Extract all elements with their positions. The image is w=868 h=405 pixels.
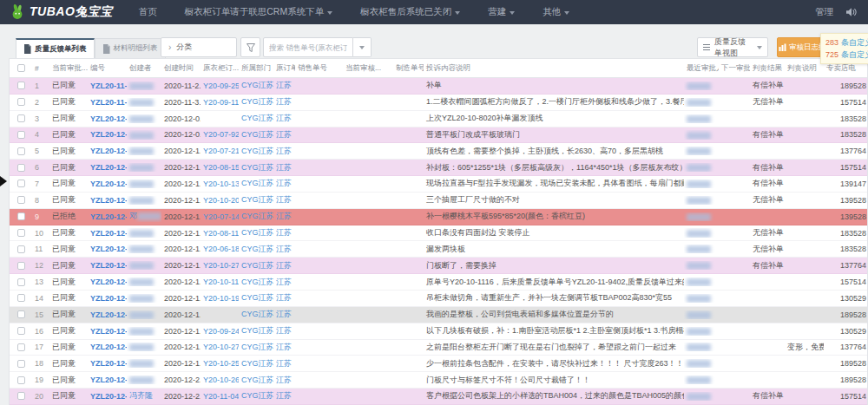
table-row[interactable]: 2已同意YZL20-11-...2020-11-3...Y20-09-1148C… bbox=[10, 95, 867, 111]
table-row[interactable]: 20已同意YZL20-12-...冯齐隆2020-12-2...Y20-11-0… bbox=[10, 389, 867, 405]
cell-code[interactable]: YZL20-12-... bbox=[88, 147, 127, 155]
speaker-icon[interactable] bbox=[845, 7, 858, 17]
cell-order[interactable]: Y20-07-2157 bbox=[201, 147, 239, 155]
table-row[interactable]: 19已同意YZL20-12-...2020-12-2...Y20-10-2673… bbox=[10, 372, 867, 389]
creator-link[interactable]: 邓 bbox=[129, 212, 137, 220]
cell-order[interactable]: Y20-10-2756 bbox=[201, 343, 239, 351]
cell-order[interactable]: Y20-09-2595 bbox=[201, 82, 239, 90]
cell-order[interactable]: Y20-10-2756 bbox=[201, 261, 239, 270]
cell-code[interactable]: YZL20-12-... bbox=[88, 392, 127, 401]
cell-dept[interactable]: CYG江苏... bbox=[239, 358, 273, 369]
cell-region[interactable]: 江苏 bbox=[273, 342, 295, 353]
cell-dept[interactable]: CYG江苏... bbox=[239, 80, 273, 91]
cell-code[interactable]: YZL20-11-... bbox=[88, 98, 127, 107]
select-all-checkbox[interactable] bbox=[17, 64, 25, 72]
cell-dept[interactable]: CYG江苏... bbox=[239, 146, 273, 157]
cell-dept[interactable]: CYG江苏... bbox=[239, 129, 273, 140]
cell-order[interactable]: Y20-07-922 bbox=[201, 130, 239, 139]
cell-code[interactable]: YZL20-12-... bbox=[88, 163, 127, 172]
tab-material-detail-list[interactable]: 材料明细列表 bbox=[95, 38, 166, 58]
table-row[interactable]: 14已同意YZL20-12-...2020-12-1...Y20-10-1905… bbox=[10, 291, 867, 307]
cell-code[interactable]: YZL20-12-... bbox=[88, 359, 127, 368]
table-row[interactable]: 12已同意YZL20-12-...2020-12-1...Y20-10-2756… bbox=[10, 258, 867, 274]
column-header-complaint[interactable]: 投诉内容说明 bbox=[424, 63, 684, 74]
column-header-mfg[interactable]: 制造单号 bbox=[393, 63, 424, 74]
table-row[interactable]: 6已同意YZL20-12-...2020-12-1...Y20-08-1526C… bbox=[10, 160, 867, 176]
cell-order[interactable]: Y20-08-1526 bbox=[201, 163, 239, 172]
row-checkbox[interactable] bbox=[17, 180, 25, 187]
nav-item-2[interactable]: 橱衣柜售后系统已关闭 bbox=[346, 0, 474, 24]
column-header-result[interactable]: 判责结果 bbox=[750, 63, 785, 74]
row-checkbox[interactable] bbox=[17, 164, 25, 172]
search-input[interactable] bbox=[264, 43, 352, 52]
row-checkbox[interactable] bbox=[17, 98, 25, 106]
cell-dept[interactable]: CYG江苏... bbox=[239, 96, 273, 108]
cell-code[interactable]: YZL20-12-... bbox=[88, 229, 127, 238]
cell-dept[interactable]: CYG江苏... bbox=[239, 342, 273, 353]
table-row[interactable]: 4已同意YZL20-12-...2020-12-0...Y20-07-922CY… bbox=[10, 127, 867, 144]
row-checkbox[interactable] bbox=[17, 262, 25, 270]
cell-region[interactable]: 江苏 bbox=[273, 129, 295, 140]
cell-order[interactable]: Y20-10-1116 bbox=[201, 278, 239, 286]
cell-code[interactable]: YZL20-12-... bbox=[88, 261, 127, 270]
row-checkbox[interactable] bbox=[17, 310, 25, 318]
cell-code[interactable]: YZL20-11-... bbox=[88, 82, 127, 90]
table-row[interactable]: 3已同意YZL20-12-...2020-12-0...CYG江苏...江苏上次… bbox=[10, 111, 867, 127]
cell-order[interactable]: Y20-08-1151 bbox=[201, 229, 239, 238]
table-row[interactable]: 15已同意YZL20-12-...2020-12-1...CYG江苏...江苏我… bbox=[10, 307, 867, 323]
cell-region[interactable]: 江苏 bbox=[273, 277, 295, 288]
column-header-store[interactable]: 专卖店电 bbox=[824, 63, 868, 74]
table-row[interactable]: 13已同意YZL20-12-...2020-12-1...Y20-10-1116… bbox=[10, 274, 867, 291]
row-checkbox[interactable] bbox=[17, 392, 25, 400]
cell-code[interactable]: YZL20-12-... bbox=[88, 114, 127, 123]
cell-region[interactable]: 江苏 bbox=[273, 194, 295, 206]
cell-region[interactable]: 江苏 bbox=[273, 80, 295, 91]
tab-quality-feedback-list[interactable]: 质量反馈单列表 bbox=[16, 38, 95, 58]
cell-code[interactable]: YZL20-12-... bbox=[88, 130, 127, 139]
cell-order[interactable]: Y20-10-1905 bbox=[201, 294, 239, 303]
table-row[interactable]: 11已同意YZL20-12-...2020-12-1...Y20-06-1836… bbox=[10, 241, 867, 258]
cell-dept[interactable]: CYG江苏... bbox=[239, 390, 273, 402]
cell-region[interactable]: 江苏 bbox=[273, 162, 295, 173]
column-header-status[interactable]: 当前审批... bbox=[49, 63, 88, 74]
cell-region[interactable]: 江苏 bbox=[273, 292, 295, 304]
row-checkbox[interactable] bbox=[17, 294, 25, 302]
custom-view-item[interactable]: 725条自定义 bbox=[825, 49, 868, 61]
table-row[interactable]: 16已同意YZL20-12-...2020-12-1...Y20-09-2445… bbox=[10, 323, 867, 340]
cell-dept[interactable]: CYG江苏... bbox=[239, 227, 273, 238]
row-checkbox[interactable] bbox=[17, 376, 25, 384]
row-checkbox[interactable] bbox=[17, 114, 25, 122]
row-checkbox[interactable] bbox=[17, 229, 25, 237]
cell-code[interactable]: YZL20-12-... bbox=[88, 310, 127, 319]
table-row[interactable]: 18已同意YZL20-12-...2020-12-1...Y20-10-2546… bbox=[10, 356, 867, 372]
table-row[interactable]: 9已拒绝YZL20-12-...邓2020-12-1...Y20-07-1463… bbox=[10, 209, 867, 225]
row-checkbox[interactable] bbox=[17, 147, 25, 155]
column-header-approver[interactable]: 最近审批人 bbox=[684, 63, 719, 74]
column-header-dept[interactable]: 所属部门 bbox=[239, 63, 273, 74]
cell-dept[interactable]: CYG江苏... bbox=[239, 178, 273, 189]
table-row[interactable]: 5已同意YZL20-12-...2020-12-1...Y20-07-2157C… bbox=[10, 143, 867, 160]
cell-code[interactable]: YZL20-12-... bbox=[88, 245, 127, 253]
brand[interactable]: TUBAO兔宝宝 bbox=[0, 3, 125, 21]
row-checkbox[interactable] bbox=[17, 82, 25, 89]
column-header-date[interactable]: 创建时间 bbox=[161, 63, 201, 74]
column-header-creator[interactable]: 创建者 bbox=[127, 63, 161, 74]
cell-region[interactable]: 江苏 bbox=[273, 96, 295, 108]
cell-region[interactable]: 江苏 bbox=[273, 375, 295, 386]
category-toggle[interactable]: › 分类 bbox=[161, 37, 237, 57]
cell-region[interactable]: 江苏 bbox=[273, 358, 295, 369]
row-checkbox[interactable] bbox=[17, 327, 25, 335]
row-checkbox[interactable] bbox=[17, 360, 25, 368]
view-selector[interactable]: 质量反馈单视图 bbox=[697, 37, 768, 57]
cell-code[interactable]: YZL20-12-... bbox=[88, 343, 127, 351]
custom-view-item[interactable]: 283条自定义 bbox=[825, 36, 868, 49]
filter-button[interactable] bbox=[240, 37, 260, 57]
column-header-num[interactable]: # bbox=[32, 64, 49, 73]
cell-dept[interactable]: CYG江苏... bbox=[239, 194, 273, 206]
cell-region[interactable]: 江苏 bbox=[273, 146, 295, 157]
cell-dept[interactable]: CYG江苏... bbox=[239, 292, 273, 304]
column-header-region[interactable]: 原订单下... bbox=[273, 63, 295, 74]
row-checkbox[interactable] bbox=[17, 196, 25, 204]
column-header-audit[interactable]: 当前审核... bbox=[343, 63, 393, 74]
cell-order[interactable]: Y20-07-1463 bbox=[201, 212, 239, 221]
